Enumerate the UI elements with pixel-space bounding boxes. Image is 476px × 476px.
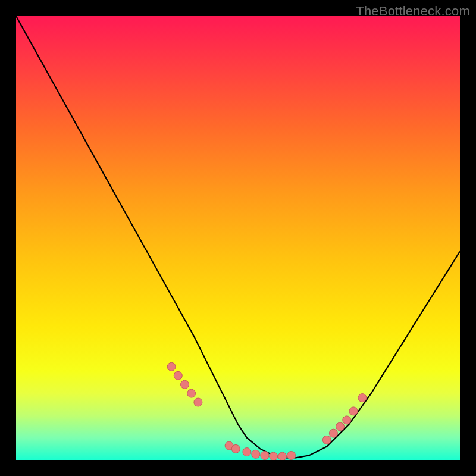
marker-point [181, 380, 189, 389]
marker-point [336, 422, 345, 431]
marker-point [174, 371, 182, 380]
marker-point [243, 448, 251, 456]
marker-point [278, 452, 287, 460]
marker-point [287, 452, 296, 460]
marker-point [358, 394, 367, 402]
marker-point [252, 450, 260, 458]
marker-point [322, 436, 331, 444]
bottleneck-curve-line [16, 16, 460, 458]
marker-point [343, 416, 351, 424]
chart-plot-area [16, 16, 460, 460]
marker-point [329, 429, 337, 437]
marker-point [270, 452, 278, 460]
chart-svg [16, 16, 460, 460]
marker-point [167, 362, 176, 371]
marker-point [187, 389, 196, 397]
marker-point [261, 452, 269, 460]
marker-point [231, 444, 240, 453]
marker-point [194, 398, 202, 406]
marker-point [349, 407, 358, 415]
marker-group [167, 362, 367, 460]
watermark-text: TheBottleneck.com [356, 4, 470, 19]
